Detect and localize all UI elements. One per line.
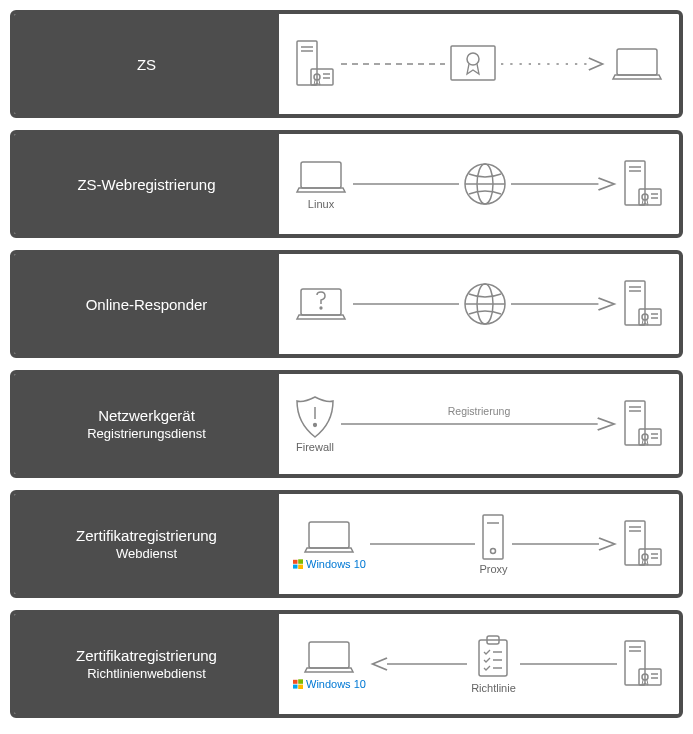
arrow-right (512, 529, 617, 559)
row-title: Zertifikatregistrierung (76, 647, 217, 664)
diagram-cell: Firewall Registrierung (279, 374, 679, 474)
caption-policy: Richtlinie (471, 682, 516, 694)
server-cert-icon (621, 622, 665, 706)
label-cell: ZS-Webregistrierung (14, 134, 279, 234)
arrow-right-labeled: Registrierung (341, 409, 617, 439)
arrow-right (511, 169, 617, 199)
row-title: Netzwerkgerät (98, 407, 195, 424)
caption-windows10: Windows 10 (293, 678, 366, 690)
label-cell: Zertifikatregistrierung Richtlinienwebdi… (14, 614, 279, 714)
diagram-cell (279, 254, 679, 354)
caption-firewall: Firewall (296, 441, 334, 453)
row-title: Zertifikatregistrierung (76, 527, 217, 544)
row-zs-webreg: ZS-Webregistrierung Linux (10, 130, 683, 238)
connector-solid (370, 529, 475, 559)
firewall-shield-icon: Firewall (293, 382, 337, 466)
diagram-cell: Windows 10 Proxy (279, 494, 679, 594)
connector-solid (353, 289, 459, 319)
server-cert-icon (293, 22, 337, 106)
proxy-tower-icon: Proxy (479, 502, 507, 586)
row-zs: ZS (10, 10, 683, 118)
caption-windows10: Windows 10 (293, 558, 366, 570)
label-cell: Zertifikatregistrierung Webdienst (14, 494, 279, 594)
globe-icon (463, 142, 507, 226)
server-cert-icon (621, 142, 665, 226)
connector-dashed (341, 49, 445, 79)
windows-logo-icon (293, 679, 303, 689)
globe-icon (463, 262, 507, 346)
laptop-linux-icon: Linux (293, 142, 349, 226)
arrow-left (370, 649, 467, 679)
laptop-windows-icon: Windows 10 (293, 502, 366, 586)
row-subtitle: Webdienst (116, 546, 177, 561)
connector-solid (353, 169, 459, 199)
row-title: ZS (137, 56, 156, 73)
diagram-cell (279, 14, 679, 114)
row-subtitle: Registrierungsdienst (87, 426, 206, 441)
row-cert-enroll-policy: Zertifikatregistrierung Richtlinienwebdi… (10, 610, 683, 718)
diagram-cell: Windows 10 Richtlinie (279, 614, 679, 714)
arrow-right (511, 289, 617, 319)
laptop-icon (609, 22, 665, 106)
row-network-device: Netzwerkgerät Registrierungsdienst Firew… (10, 370, 683, 478)
label-cell: Online-Responder (14, 254, 279, 354)
row-online-responder: Online-Responder (10, 250, 683, 358)
caption-linux: Linux (308, 198, 334, 210)
caption-proxy: Proxy (479, 563, 507, 575)
policy-clipboard-icon: Richtlinie (471, 622, 516, 706)
row-title: ZS-Webregistrierung (77, 176, 215, 193)
diagram-cell: Linux (279, 134, 679, 234)
server-cert-icon (621, 262, 665, 346)
row-cert-enroll-web: Zertifikatregistrierung Webdienst Window… (10, 490, 683, 598)
label-cell: ZS (14, 14, 279, 114)
arrow-right-dashed (501, 49, 605, 79)
row-subtitle: Richtlinienwebdienst (87, 666, 206, 681)
laptop-windows-icon: Windows 10 (293, 622, 366, 706)
laptop-question-icon (293, 262, 349, 346)
server-cert-icon (621, 382, 665, 466)
connector-solid (520, 649, 617, 679)
row-title: Online-Responder (86, 296, 208, 313)
connector-label: Registrierung (448, 405, 510, 417)
server-cert-icon (621, 502, 665, 586)
certificate-icon (449, 22, 497, 106)
label-cell: Netzwerkgerät Registrierungsdienst (14, 374, 279, 474)
windows-logo-icon (293, 559, 303, 569)
